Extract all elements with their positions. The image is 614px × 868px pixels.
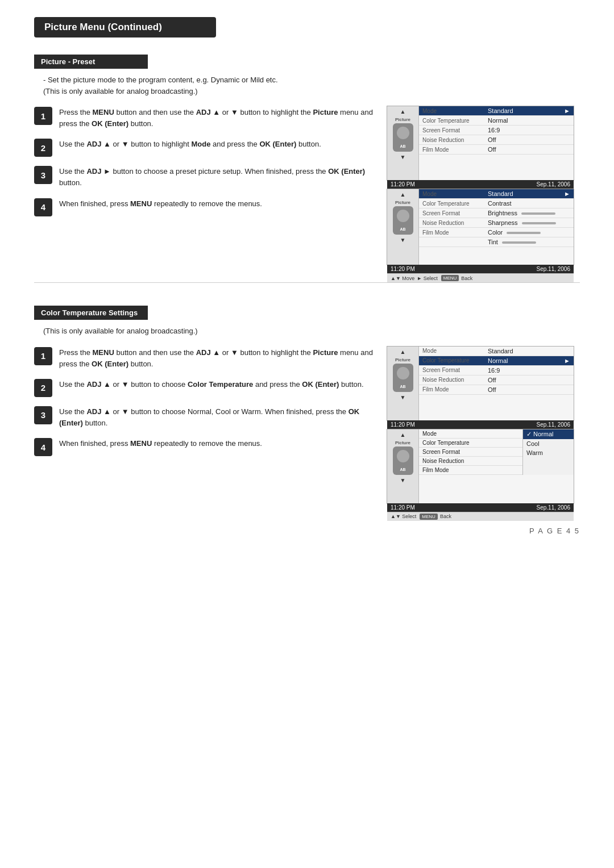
step2-4-text: When finished, press MENU repeatedly to … — [59, 437, 262, 449]
tv-menu-3: Mode Standard Color Temperature Normal ►… — [419, 347, 574, 420]
step-4-text: When finished, press MENU repeatedly to … — [59, 197, 262, 210]
time-area-3: 11:20 PM Sep.11, 2006 — [387, 420, 574, 429]
step-3-number: 3 — [34, 166, 52, 184]
section2-header: Color Temperature Settings — [34, 306, 148, 320]
step-3: 3 Use the ADJ ► button to choose a prese… — [34, 165, 375, 189]
page-title: Picture Menu (Continued) — [34, 17, 216, 37]
step2-1-text: Press the MENU button and then use the A… — [59, 346, 375, 370]
time-area-1: 11:20 PM Sep.11, 2006 — [387, 180, 574, 189]
section1-screens: ▲ Picture AB ▼ Mode — [387, 106, 580, 265]
step-2: 2 Use the ADJ ▲ or ▼ button to highlight… — [34, 137, 375, 157]
step-3-text: Use the ADJ ► button to choose a preset … — [59, 165, 375, 189]
screen2-top: ▲ Picture AB ▼ Mode — [387, 346, 574, 421]
remote-icon-3: AB — [393, 364, 413, 392]
tv-menu-2: Mode Standard ► Color Temperature Contra… — [419, 189, 574, 265]
arrow-down-1: ▼ — [400, 154, 406, 160]
bottom-bar-4: ▲▼ Select MENU Back — [387, 512, 574, 521]
section2-content: 1 Press the MENU button and then use the… — [34, 346, 580, 504]
step2-2-number: 2 — [34, 379, 52, 397]
tv-left-panel-2: ▲ Picture AB ▼ — [387, 189, 419, 265]
step-4: 4 When finished, press MENU repeatedly t… — [34, 197, 375, 216]
section-picture-preset: Picture - Preset - Set the picture mode … — [34, 55, 580, 265]
step2-2: 2 Use the ADJ ▲ or ▼ button to choose Co… — [34, 378, 375, 397]
page-container: Picture Menu (Continued) Picture - Prese… — [23, 0, 591, 552]
screen2-bottom: ▲ Picture AB ▼ — [387, 429, 574, 504]
step2-1: 1 Press the MENU button and then use the… — [34, 346, 375, 370]
arrow-down-2: ▼ — [400, 237, 406, 243]
screen1-bottom: ▲ Picture AB ▼ Mode — [387, 189, 574, 265]
divider — [34, 282, 580, 283]
remote-icon-2: AB — [393, 206, 413, 235]
step2-4-number: 4 — [34, 438, 52, 456]
remote-icon-4: AB — [393, 446, 413, 475]
step2-3: 3 Use the ADJ ▲ or ▼ button to choose No… — [34, 405, 375, 429]
section1-header: Picture - Preset — [34, 55, 148, 69]
step2-3-text: Use the ADJ ▲ or ▼ button to choose Norm… — [59, 405, 375, 429]
arrow-up-4: ▲ — [400, 432, 406, 438]
step-1: 1 Press the MENU button and then use the… — [34, 106, 375, 130]
step2-2-text: Use the ADJ ▲ or ▼ button to choose Colo… — [59, 378, 364, 390]
section2-desc: (This is only available for analog broad… — [43, 326, 580, 337]
step2-4: 4 When finished, press MENU repeatedly t… — [34, 437, 375, 456]
tv-left-panel-4: ▲ Picture AB ▼ — [387, 429, 419, 503]
step2-1-number: 1 — [34, 347, 52, 365]
section2-steps: 1 Press the MENU button and then use the… — [34, 346, 375, 504]
step-1-text: Press the MENU button and then use the A… — [59, 106, 375, 130]
arrow-down-3: ▼ — [400, 394, 406, 400]
arrow-up-2: ▲ — [400, 191, 406, 198]
tv-menu-1: Mode Standard ► Color Temperature Normal… — [419, 106, 574, 180]
time-area-2: 11:20 PM Sep.11, 2006 — [387, 265, 574, 273]
section1-steps: 1 Press the MENU button and then use the… — [34, 106, 375, 265]
screen1-top: ▲ Picture AB ▼ Mode — [387, 106, 574, 181]
arrow-up-1: ▲ — [400, 108, 406, 115]
section1-desc: - Set the picture mode to the program co… — [43, 74, 580, 97]
time-area-4: 11:20 PM Sep.11, 2006 — [387, 503, 574, 512]
step-2-text: Use the ADJ ▲ or ▼ button to highlight M… — [59, 137, 321, 150]
tv-left-panel-3: ▲ Picture AB ▼ — [387, 347, 419, 420]
section-color-temp: Color Temperature Settings (This is only… — [34, 306, 580, 504]
bottom-bar-2: ▲▼ Move ► Select MENU Back — [387, 273, 574, 282]
arrow-down-4: ▼ — [400, 477, 406, 483]
section1-content: 1 Press the MENU button and then use the… — [34, 106, 580, 265]
arrow-up-3: ▲ — [400, 349, 406, 355]
step-2-number: 2 — [34, 139, 52, 157]
step-4-number: 4 — [34, 198, 52, 216]
section2-screens: ▲ Picture AB ▼ Mode — [387, 346, 580, 504]
remote-icon-1: AB — [393, 123, 413, 152]
step-1-number: 1 — [34, 107, 52, 125]
page-footer: P A G E 4 5 — [34, 527, 580, 535]
tv-menu-4: Mode Color Temperature Screen Format — [419, 429, 574, 503]
step2-3-number: 3 — [34, 406, 52, 424]
tv-left-panel-1: ▲ Picture AB ▼ — [387, 106, 419, 180]
